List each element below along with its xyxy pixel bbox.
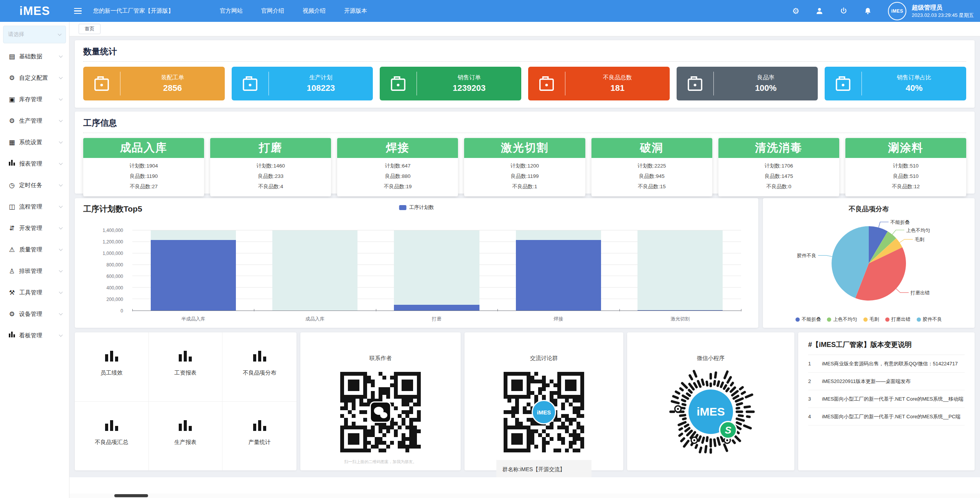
chevron-down-icon (59, 183, 63, 187)
horizontal-scrollbar (0, 493, 980, 498)
divider (83, 133, 966, 133)
menu-toggle-icon[interactable] (74, 8, 82, 14)
sidebar-item-自定义配置[interactable]: ⚙ 自定义配置 (0, 67, 69, 89)
pie-legend-item-胶件不良[interactable]: 胶件不良 (917, 316, 942, 323)
stat-value: 108223 (269, 83, 373, 93)
gear-icon: ⚙ (8, 74, 16, 82)
process-bad: 不良品数:27 (83, 181, 204, 192)
divider (83, 61, 966, 62)
nav-link-官方网站[interactable]: 官方网站 (220, 7, 243, 15)
x-axis-label: 半成品入库 (132, 316, 254, 322)
gear-icon[interactable]: ⚙ (792, 7, 799, 15)
chevron-down-icon (59, 118, 63, 122)
sidebar-item-看板管理[interactable]: 看板管理 (0, 325, 69, 346)
stats-panel: 数量统计 装配工单 2856 生产计划 108223 销售订单 1239203 … (75, 40, 975, 108)
nav-link-视频介绍[interactable]: 视频介绍 (303, 7, 326, 15)
stat-cards: 装配工单 2856 生产计划 108223 销售订单 1239203 不良品总数… (83, 67, 966, 100)
shortcut-员工绩效[interactable]: 员工绩效 (75, 332, 149, 402)
changelog-index: 3 (808, 396, 822, 402)
stat-value: 100% (714, 83, 818, 93)
current-datetime: 2023.02.03 23:29:45 星期五 (912, 12, 974, 19)
svg-text:胶件不良: 胶件不良 (797, 253, 816, 258)
bell-icon[interactable] (864, 7, 872, 15)
suitcase-icon (686, 75, 704, 92)
suitcase-icon (93, 75, 110, 92)
pie-legend-item-上色不均匀[interactable]: 上色不均匀 (827, 316, 857, 323)
process-plan: 计划数:647 (337, 161, 458, 171)
shortcut-不良品项分布[interactable]: 不良品项分布 (222, 332, 296, 402)
sidebar-item-质量管理[interactable]: ⚠ 质量管理 (0, 239, 69, 260)
pie-legend-item-毛刺[interactable]: 毛刺 (863, 316, 879, 323)
nav-link-开源版本[interactable]: 开源版本 (344, 7, 367, 15)
alert-icon: ⚠ (8, 246, 16, 254)
chevron-down-icon (59, 333, 63, 337)
bar-chart-icon (105, 420, 118, 431)
avatar[interactable]: iMES (888, 2, 906, 20)
sidebar-item-工具管理[interactable]: ⚒ 工具管理 (0, 282, 69, 303)
process-plan: 计划数:1200 (464, 161, 585, 171)
app-title: 您的新一代工厂管家【开源版】 (93, 7, 174, 15)
sidebar-item-基础数据[interactable]: ▤ 基础数据 (0, 46, 69, 67)
sidebar-item-系统设置[interactable]: ▦ 系统设置 (0, 131, 69, 153)
pie-legend-item-不能折叠[interactable]: 不能折叠 (796, 316, 821, 323)
process-good: 良品数:1190 (83, 171, 204, 181)
process-bad: 不良品数:19 (337, 181, 458, 192)
changelog-list: 1 iMES商业版全套源码出售，有意的联系QQ/微信：5142247172 iM… (808, 355, 965, 426)
sidebar-item-定时任务[interactable]: ◷ 定时任务 (0, 174, 69, 196)
shortcut-不良品项汇总[interactable]: 不良品项汇总 (75, 402, 149, 471)
bar-slot-打磨 (376, 230, 497, 311)
bar-chart-icon (9, 160, 15, 166)
shortcut-产量统计[interactable]: 产量统计 (222, 402, 296, 471)
group-qr-wrap: iMES (504, 372, 584, 452)
clipboard-icon: ▣ (8, 95, 16, 104)
x-axis-label: 打磨 (376, 316, 497, 322)
pie-legend-item-打磨出错[interactable]: 打磨出错 (885, 316, 911, 323)
bar-chart-icon (253, 351, 266, 362)
svg-text:毛刺: 毛刺 (915, 237, 924, 242)
tools-icon: ⚒ (8, 289, 16, 297)
sliders-icon: ⇵ (8, 224, 16, 232)
sidebar-item-生产管理[interactable]: ⚙ 生产管理 (0, 110, 69, 131)
process-card-涮涂料: 涮涂料 计划数:510 良品数:510 不良品数:12 (845, 138, 966, 196)
bar-slot-激光切割 (619, 230, 741, 311)
chevron-down-icon (59, 140, 63, 144)
sidebar-item-label: 流程管理 (19, 203, 42, 210)
sidebar-item-开发管理[interactable]: ⇵ 开发管理 (0, 217, 69, 239)
sidebar-item-排班管理[interactable]: ♙ 排班管理 (0, 260, 69, 282)
sidebar-item-label: 库存管理 (19, 96, 42, 103)
svg-text:iMES: iMES (697, 405, 725, 418)
x-axis-labels: 半成品入库成品入库打磨焊接激光切割 (132, 316, 741, 322)
sidebar-item-设备管理[interactable]: ⚙ 设备管理 (0, 303, 69, 325)
process-cards: 成品入库 计划数:1904 良品数:1190 不良品数:27打磨 计划数:146… (83, 138, 966, 196)
process-plan: 计划数:2225 (591, 161, 712, 171)
user-icon[interactable] (815, 7, 824, 15)
process-good: 良品数:510 (845, 171, 966, 181)
svg-text:上色不均匀: 上色不均匀 (906, 228, 931, 233)
process-name: 破洞 (591, 138, 712, 158)
shortcut-生产报表[interactable]: 生产报表 (149, 402, 223, 471)
sidebar-select[interactable]: 请选择 (3, 26, 66, 43)
process-card-清洗消毒: 清洗消毒 计划数:1706 良品数:1475 不良品数:0 (718, 138, 839, 196)
bar-slot-半成品入库 (132, 230, 254, 311)
sidebar-item-库存管理[interactable]: ▣ 库存管理 (0, 89, 69, 110)
nav-link-官网介绍[interactable]: 官网介绍 (261, 7, 284, 15)
discussion-group-title: 交流讨论群 (464, 355, 623, 362)
sidebar-item-报表管理[interactable]: 报表管理 (0, 153, 69, 174)
power-icon[interactable] (840, 7, 848, 15)
section-title-process: 工序信息 (83, 117, 966, 129)
suitcase-icon (241, 75, 259, 92)
svg-text:不能折叠: 不能折叠 (890, 220, 910, 225)
bar-slot-焊接 (497, 230, 619, 311)
tab-home[interactable]: 首页 (79, 24, 100, 34)
bar-chart-legend[interactable]: 工序计划数 (399, 204, 434, 211)
sidebar-item-流程管理[interactable]: ◫ 流程管理 (0, 196, 69, 217)
legend-dot (863, 317, 868, 322)
shortcut-工资报表[interactable]: 工资报表 (149, 332, 223, 402)
sidebar: 请选择 ▤ 基础数据 ⚙ 自定义配置 ▣ 库存管理 ⚙ 生产管理 ▦ 系统设置 … (0, 22, 69, 498)
bar-chart-panel: 工序计划数Top5 工序计划数 0200,000400,000600,00080… (75, 198, 758, 328)
sidebar-item-label: 生产管理 (19, 117, 42, 125)
scrollbar-thumb[interactable] (114, 494, 148, 497)
chart-bar (151, 240, 236, 311)
bar-chart-icon (105, 351, 118, 362)
app-logo: iMES (0, 4, 69, 18)
